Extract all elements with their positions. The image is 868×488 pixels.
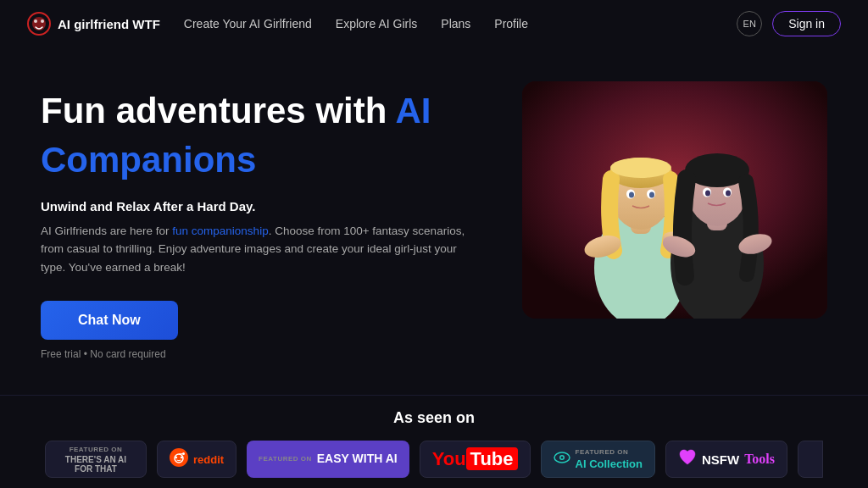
- svg-point-12: [629, 192, 634, 198]
- as-seen-on-section: As seen on FEATURED ON THERE'S AN AI FOR…: [0, 395, 868, 488]
- fun-companionship-link[interactable]: fun companionship: [172, 225, 268, 237]
- reddit-svg: [170, 448, 188, 467]
- reddit-logo: reddit: [157, 441, 236, 478]
- nav-links: Create Your AI Girlfriend Explore AI Gir…: [184, 17, 737, 30]
- nsfw-tools-logo: NSFW Tools: [665, 441, 787, 478]
- hero-section: Fun adventures with AI Companions Unwind…: [0, 47, 868, 395]
- nsfw-tools-sub: Tools: [744, 452, 775, 467]
- youtube-logo: YouTube: [420, 441, 531, 478]
- chat-now-button[interactable]: Chat Now: [41, 301, 178, 340]
- easy-label-text: EASY WITH AI: [317, 452, 398, 465]
- ai-collection-label: AI Collection: [576, 458, 643, 470]
- svg-point-23: [726, 191, 731, 197]
- svg-point-28: [175, 456, 177, 458]
- logo-text: AI girlfriend WTF: [58, 17, 160, 31]
- hero-image: [522, 81, 827, 319]
- hero-subtitle: Unwind and Relax After a Hard Day.: [41, 199, 497, 214]
- easy-with-label: EASY WITH AI: [317, 452, 398, 465]
- navbar: AI girlfriend WTF Create Your AI Girlfri…: [0, 0, 868, 47]
- ai-collection-icon: [554, 452, 570, 467]
- sign-in-button[interactable]: Sign in: [772, 11, 841, 36]
- nsfw-heart-icon: [678, 449, 697, 470]
- ai-collection-logo: Featured On AI Collection: [541, 441, 655, 478]
- hero-title-text: Fun adventures with: [41, 91, 395, 130]
- youtube-icon: YouTube: [432, 448, 518, 470]
- svg-point-26: [170, 448, 188, 467]
- easy-featured-label: FEATURED ON: [259, 455, 312, 463]
- hero-companions: Companions: [41, 139, 497, 181]
- explore-link[interactable]: Explore AI Girls: [336, 17, 417, 30]
- ai-collection-featured: Featured On: [576, 448, 629, 456]
- create-link[interactable]: Create Your AI Girlfriend: [184, 17, 312, 30]
- theres-an-ai-logo: FEATURED ON THERE'S AN AI FOR THAT: [45, 441, 147, 478]
- theres-ai-featured: FEATURED ON: [70, 446, 123, 453]
- as-seen-on-title: As seen on: [41, 409, 827, 427]
- hero-title: Fun adventures with AI: [41, 90, 497, 132]
- easy-with-ai-logo: FEATURED ON EASY WITH AI: [247, 441, 409, 478]
- free-trial-text: Free trial • No card required: [41, 348, 497, 360]
- theres-ai-label: THERE'S AN AI FOR THAT: [58, 455, 134, 474]
- logos-row: FEATURED ON THERE'S AN AI FOR THAT reddi…: [41, 441, 827, 478]
- logo[interactable]: AI girlfriend WTF: [27, 12, 160, 36]
- svg-point-2: [34, 19, 37, 23]
- hero-body-prefix: AI Girlfriends are here for: [41, 225, 172, 237]
- svg-point-22: [705, 191, 710, 197]
- hero-ai-highlight: AI: [395, 91, 431, 130]
- svg-point-34: [560, 457, 563, 459]
- svg-point-29: [181, 456, 182, 458]
- svg-point-13: [649, 192, 654, 198]
- eye-svg: [554, 452, 570, 463]
- profile-link[interactable]: Profile: [494, 17, 528, 30]
- svg-point-3: [41, 19, 44, 23]
- reddit-label: reddit: [193, 453, 224, 466]
- logo-icon: [27, 12, 51, 36]
- hero-image-bg: [522, 81, 827, 319]
- hero-body: AI Girlfriends are here for fun companio…: [41, 222, 481, 277]
- nsfw-label: NSFW: [702, 452, 739, 467]
- nav-right: EN Sign in: [737, 11, 841, 36]
- partial-logo: [798, 441, 823, 478]
- language-selector[interactable]: EN: [737, 11, 762, 36]
- character-left-svg: [522, 81, 827, 319]
- reddit-icon: [170, 448, 188, 471]
- svg-line-31: [179, 453, 183, 454]
- svg-point-9: [610, 158, 671, 178]
- heart-svg: [678, 449, 697, 466]
- hero-left: Fun adventures with AI Companions Unwind…: [41, 81, 497, 360]
- plans-link[interactable]: Plans: [441, 17, 470, 30]
